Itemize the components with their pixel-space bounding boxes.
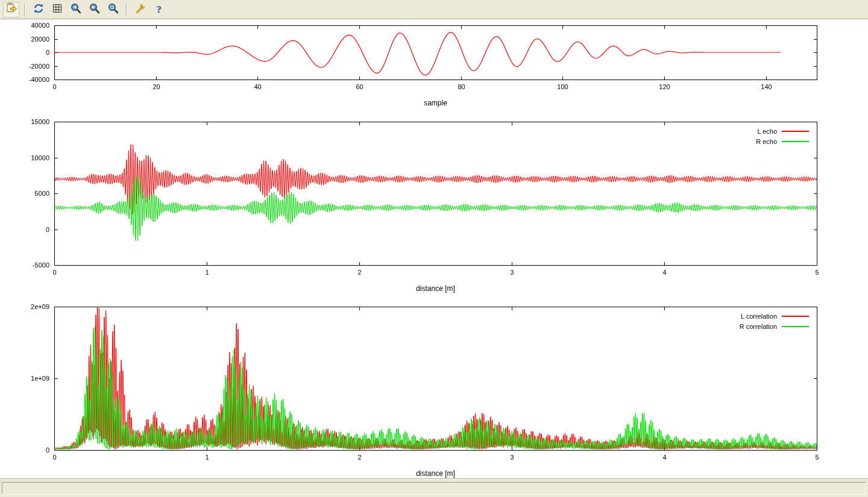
axis-title-distance-correlation: distance [m] <box>54 469 817 478</box>
autoscale-icon <box>107 2 119 16</box>
legend-label: R correlation <box>740 323 777 330</box>
legend-line-sample <box>782 131 809 132</box>
grid-icon <box>51 2 63 16</box>
replot-icon <box>33 2 45 16</box>
toolbar-separator <box>24 3 25 16</box>
help-button[interactable]: ? <box>151 2 167 17</box>
legend-line-sample <box>782 141 809 142</box>
legend-label: L echo <box>757 128 777 135</box>
status-field <box>2 482 866 495</box>
legend-entry-r-echo: R echo <box>756 136 809 146</box>
axis-title-distance-echo: distance [m] <box>54 284 817 293</box>
replot-button[interactable] <box>30 2 46 17</box>
legend-entry-l-echo: L echo <box>756 126 809 136</box>
zoom-previous-icon <box>70 2 82 16</box>
status-bar <box>0 479 868 497</box>
legend-entry-r-correlation: R correlation <box>740 321 809 331</box>
copy-button[interactable] <box>3 2 19 17</box>
toolbar-separator <box>126 3 127 16</box>
plots-canvas[interactable] <box>0 19 868 479</box>
wrench-icon <box>134 2 146 16</box>
legend-label: L correlation <box>741 313 777 320</box>
config-button[interactable] <box>132 2 148 17</box>
legend-line-sample <box>782 326 809 327</box>
copy-to-clipboard-icon <box>5 2 17 16</box>
legend-correlation: L correlation R correlation <box>740 311 809 331</box>
legend-entry-l-correlation: L correlation <box>740 311 809 321</box>
legend-label: R echo <box>756 138 777 145</box>
toolbar: ? <box>0 0 868 19</box>
zoom-next-icon <box>89 2 101 16</box>
axis-title-sample: sample <box>54 99 817 107</box>
legend-line-sample <box>782 316 809 317</box>
zoom-next-button[interactable] <box>86 2 102 17</box>
legend-echo: L echo R echo <box>756 126 809 146</box>
autoscale-button[interactable] <box>105 2 121 17</box>
help-icon: ? <box>156 4 162 14</box>
plot-window: ? sample distance [m] distance [m] L ech… <box>0 0 868 497</box>
grid-button[interactable] <box>49 2 65 17</box>
zoom-previous-button[interactable] <box>68 2 84 17</box>
